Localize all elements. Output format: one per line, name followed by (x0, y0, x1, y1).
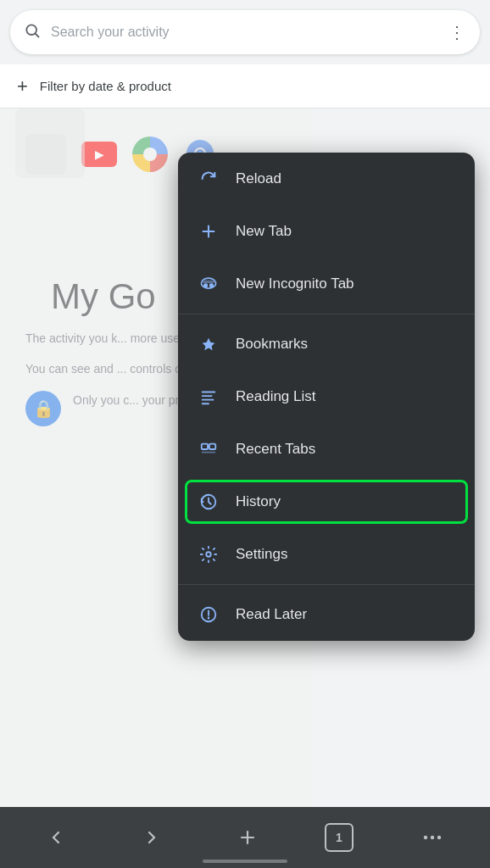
overflow-menu-icon[interactable]: ⋮ (448, 22, 466, 42)
menu-label-recent-tabs: Recent Tabs (236, 441, 315, 458)
menu-label-incognito: New Incognito Tab (236, 275, 354, 292)
divider-2 (178, 584, 475, 585)
menu-item-new-tab[interactable]: New Tab (178, 205, 475, 258)
settings-icon (197, 542, 220, 566)
svg-point-11 (209, 283, 214, 287)
menu-label-reading-list: Reading List (236, 388, 316, 405)
new-tab-nav-button[interactable] (229, 819, 266, 856)
menu-label-reload: Reload (236, 170, 281, 187)
home-indicator (203, 860, 287, 863)
svg-rect-12 (203, 281, 214, 283)
menu-item-incognito[interactable]: New Incognito Tab (178, 258, 475, 310)
forward-button[interactable] (133, 819, 170, 856)
history-highlight-border (185, 480, 468, 524)
svg-point-28 (423, 836, 426, 839)
svg-rect-17 (202, 403, 209, 404)
menu-label-history: History (236, 493, 281, 510)
background-page: Search your activity ⋮ + Filter by date … (0, 0, 490, 868)
svg-point-29 (430, 836, 433, 839)
svg-point-10 (203, 283, 208, 287)
filter-bar[interactable]: + Filter by date & product (0, 64, 490, 108)
menu-label-bookmarks: Bookmarks (236, 336, 308, 353)
new-tab-icon (197, 220, 220, 243)
search-bar[interactable]: Search your activity ⋮ (10, 10, 480, 54)
back-button[interactable] (37, 819, 75, 856)
read-later-icon (197, 603, 220, 626)
menu-label-read-later: Read Later (236, 606, 307, 623)
incognito-icon (197, 272, 220, 296)
menu-item-reading-list[interactable]: Reading List (178, 370, 475, 423)
svg-point-30 (437, 836, 440, 839)
reading-list-icon (197, 385, 220, 409)
dropdown-menu: Reload New Tab New Incogni (178, 153, 475, 641)
menu-item-reload[interactable]: Reload (178, 153, 475, 205)
menu-item-bookmarks[interactable]: Bookmarks (178, 318, 475, 370)
reload-icon (197, 167, 220, 191)
svg-rect-18 (202, 444, 208, 449)
search-placeholder-text: Search your activity (51, 25, 448, 40)
menu-label-new-tab: New Tab (236, 223, 292, 240)
bookmarks-icon (197, 332, 220, 356)
history-icon (197, 490, 220, 514)
filter-plus-icon: + (17, 75, 28, 97)
svg-rect-15 (202, 395, 213, 397)
svg-line-1 (36, 33, 39, 36)
menu-item-read-later[interactable]: Read Later (178, 588, 475, 641)
svg-point-22 (206, 552, 211, 557)
menu-item-history[interactable]: History (178, 476, 475, 528)
menu-label-settings: Settings (236, 546, 287, 563)
svg-rect-19 (209, 444, 215, 449)
svg-rect-20 (202, 452, 216, 453)
menu-item-recent-tabs[interactable]: Recent Tabs (178, 423, 475, 476)
svg-rect-16 (202, 399, 214, 401)
tab-count-button[interactable]: 1 (325, 823, 354, 852)
svg-rect-14 (202, 392, 216, 393)
menu-item-settings[interactable]: Settings (178, 528, 475, 581)
recent-tabs-icon (197, 437, 220, 461)
filter-label: Filter by date & product (40, 79, 171, 93)
more-button[interactable] (412, 819, 453, 856)
svg-marker-13 (203, 338, 215, 351)
divider-1 (178, 314, 475, 314)
search-icon (24, 22, 41, 43)
